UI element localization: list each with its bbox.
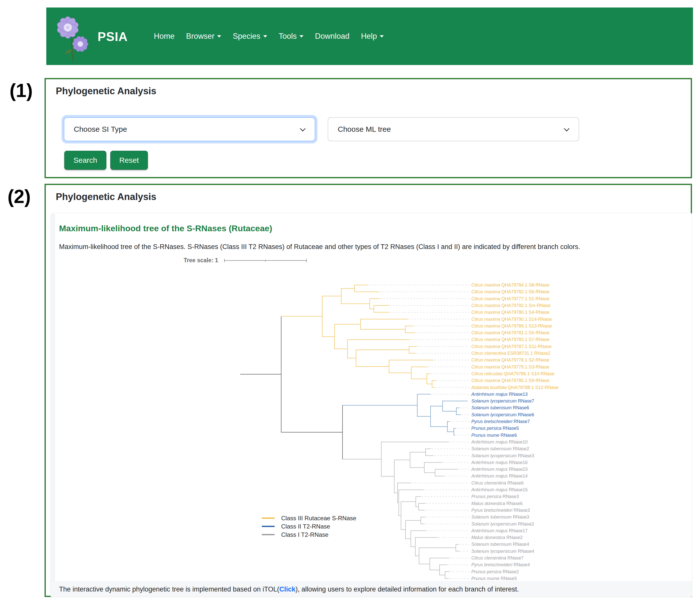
- leaf-label[interactable]: Citrus maxima QHA79782.1 S6-RNase: [471, 289, 549, 294]
- leaf-label[interactable]: Citrus maxima QHA79784.1 S8-RNase: [471, 283, 549, 288]
- panel1-title: Phylogenetic Analysis: [56, 86, 156, 97]
- leaf-label[interactable]: Antirrhinum majus RNase14: [471, 473, 528, 478]
- nav-item-label: Species: [233, 32, 260, 41]
- leaf-label[interactable]: Solanum tuberosum RNase6: [471, 405, 529, 410]
- footer-text-suffix: ), allowing users to explore detailed in…: [296, 585, 519, 593]
- leaf-label[interactable]: Antirrhinum majus RNase23: [471, 467, 528, 472]
- leaf-label[interactable]: Solanum lycopersicum RNase3: [471, 453, 534, 458]
- chevron-down-icon: [300, 126, 306, 131]
- main-nav: HomeBrowserSpeciesToolsDownloadHelp: [154, 7, 384, 65]
- leaf-label[interactable]: Citrus maxima QHA79781.1 S5-RNase: [471, 330, 549, 335]
- legend-line-icon: [262, 526, 275, 527]
- leaf-label[interactable]: Antirrhinum majus RNase16: [471, 460, 528, 465]
- leaf-label[interactable]: Citrus maxima QHA79783.1 S7-RNase: [471, 337, 549, 342]
- leaf-label[interactable]: Prunus mume RNase6: [471, 433, 517, 438]
- leaf-label[interactable]: Citrus clementina ESR38731.1 RNase2: [471, 351, 550, 356]
- brand-title: PSIA: [98, 29, 128, 44]
- leaf-label[interactable]: Malus domestica RNase2: [471, 535, 523, 540]
- figure-title: Maximum-likelihood tree of the S-RNases …: [59, 224, 272, 233]
- card-footer: The interactive dynamic phylogenetic tre…: [51, 581, 692, 597]
- caret-down-icon: [380, 35, 384, 37]
- leaf-label[interactable]: Prunus mume RNase5: [471, 576, 517, 581]
- nav-item-label: Browser: [186, 32, 215, 41]
- si-type-select[interactable]: Choose SI Type: [64, 117, 315, 141]
- vertical-scrollbar[interactable]: [51, 213, 55, 596]
- chevron-down-icon: [564, 126, 570, 131]
- legend-item: Class I T2-RNase: [262, 530, 356, 539]
- legend-label: Class III Rutaceae S-RNase: [281, 515, 356, 522]
- caret-down-icon: [299, 35, 303, 37]
- leaf-label[interactable]: Pyrus bretschneideri RNase3: [471, 508, 530, 513]
- nav-item-help[interactable]: Help: [361, 32, 384, 41]
- nav-item-label: Download: [315, 32, 350, 41]
- footer-text-prefix: The interactive dynamic phylogenetic tre…: [59, 585, 279, 593]
- leaf-label[interactable]: Citrus maxima QHA79777.1 S1-RNase: [471, 296, 549, 301]
- nav-item-label: Tools: [279, 32, 297, 41]
- leaf-label[interactable]: Solanum tuberosum RNase4: [471, 542, 529, 547]
- leaf-label[interactable]: Citrus clementina RNase6: [471, 480, 524, 486]
- leaf-label[interactable]: Citrus reticulata QHA79786.1 S10-RNase: [471, 371, 554, 376]
- leaf-label[interactable]: Solanum tuberosum RNase3: [471, 515, 529, 520]
- legend-label: Class II T2-RNase: [281, 523, 330, 530]
- top-navbar: PSIA HomeBrowserSpeciesToolsDownloadHelp: [46, 7, 693, 65]
- leaf-label[interactable]: Atalantia buxifolia QHA79788.1 S12-RNase: [471, 385, 558, 390]
- legend-label: Class I T2-RNase: [281, 531, 328, 538]
- tree-scale-bar: [224, 259, 307, 262]
- leaf-label[interactable]: Citrus maxima QHA79779.1 S3-RNase: [471, 365, 549, 369]
- nav-item-download[interactable]: Download: [315, 32, 350, 41]
- nav-item-home[interactable]: Home: [154, 32, 175, 41]
- leaf-label[interactable]: Citrus clementina RNase7: [471, 555, 524, 560]
- panel1-marker: (1): [9, 79, 33, 101]
- leaf-label[interactable]: Antirrhinum majus RNase15: [471, 487, 528, 492]
- tree-scale-label: Tree scale: 1: [184, 257, 218, 264]
- nav-item-species[interactable]: Species: [233, 32, 267, 41]
- leaf-label[interactable]: Citrus maxima QHA79785.1 S9-RNase: [471, 378, 549, 383]
- leaf-label[interactable]: Citrus maxima QHA79778.1 S2-RNase: [471, 358, 549, 363]
- search-button[interactable]: Search: [64, 151, 106, 170]
- nav-item-tools[interactable]: Tools: [279, 32, 303, 41]
- nav-item-label: Help: [361, 32, 377, 41]
- caret-down-icon: [217, 35, 221, 37]
- itol-link[interactable]: Click: [279, 585, 296, 593]
- leaf-label[interactable]: Citrus maxima QHA79780.1 S4-RNase: [471, 310, 549, 315]
- ml-tree-select-value: Choose ML tree: [338, 125, 391, 133]
- si-type-select-value: Choose SI Type: [74, 125, 127, 133]
- leaf-label[interactable]: Prunus persica RNase5: [471, 426, 519, 431]
- ml-tree-select[interactable]: Choose ML tree: [328, 117, 579, 141]
- caret-down-icon: [263, 35, 267, 37]
- leaf-label[interactable]: Solanum tuberosum RNase2: [471, 446, 529, 451]
- phylogenetic-analysis-result-panel: Phylogenetic Analysis Maximum-likelihood…: [45, 184, 692, 597]
- leaf-label[interactable]: Prunus persica RNase3: [471, 494, 519, 499]
- leaf-label[interactable]: Solanum lycopersicum RNase6: [471, 412, 534, 417]
- leaf-label[interactable]: Malus domestica RNase6: [471, 501, 523, 506]
- legend-item: Class III Rutaceae S-RNase: [262, 514, 356, 522]
- tree-scale: Tree scale: 1: [184, 257, 307, 264]
- leaf-label[interactable]: Solanum lycopersicum RNase4: [471, 549, 534, 554]
- leaf-label[interactable]: Antirrhinum majus RNase13: [471, 392, 528, 397]
- leaf-label[interactable]: Citrus maxima QHA79789.1 S13-RNase: [471, 323, 552, 329]
- phylogenetic-analysis-search-panel: Phylogenetic Analysis Choose SI Type Cho…: [45, 78, 692, 178]
- leaf-label[interactable]: Citrus maxima QHA79792.1 Sm-RNase: [471, 303, 551, 308]
- leaf-label[interactable]: Pyrus bretschneideri RNase4: [471, 562, 530, 567]
- leaf-label[interactable]: Solanum lycopersicum RNase2: [471, 522, 534, 526]
- reset-button[interactable]: Reset: [110, 151, 148, 170]
- legend-line-icon: [262, 534, 275, 535]
- leaf-label[interactable]: Prunus persica RNase2: [471, 569, 519, 574]
- leaf-label[interactable]: Antirrhinum majus RNase10: [471, 440, 528, 445]
- leaf-label[interactable]: Pyrus bretschneideri RNase7: [471, 419, 530, 424]
- nav-item-browser[interactable]: Browser: [186, 32, 221, 41]
- panel2-marker: (2): [7, 185, 31, 207]
- figure-caption: Maximum-likelihood tree of the S-RNases.…: [59, 243, 580, 251]
- nav-item-label: Home: [154, 32, 175, 41]
- phylogenetic-tree: Citrus maxima QHA79784.1 S8-RNaseCitrus …: [237, 279, 567, 584]
- leaf-label[interactable]: Citrus maxima QHA79787.1 S11-RNase: [471, 344, 552, 349]
- legend-line-icon: [262, 518, 275, 519]
- leaf-label[interactable]: Antirrhinum majus RNase17: [471, 528, 528, 533]
- legend-item: Class II T2-RNase: [262, 522, 356, 530]
- leaf-label[interactable]: Citrus maxima QHA79790.1 S14-RNase: [471, 317, 552, 322]
- psia-logo-flower-icon: [54, 12, 94, 62]
- tree-legend: Class III Rutaceae S-RNaseClass II T2-RN…: [262, 514, 356, 539]
- panel2-title: Phylogenetic Analysis: [56, 191, 156, 202]
- tree-card: Maximum-likelihood tree of the S-RNases …: [50, 213, 692, 597]
- leaf-label[interactable]: Solanum lycopersicum RNase7: [471, 398, 534, 403]
